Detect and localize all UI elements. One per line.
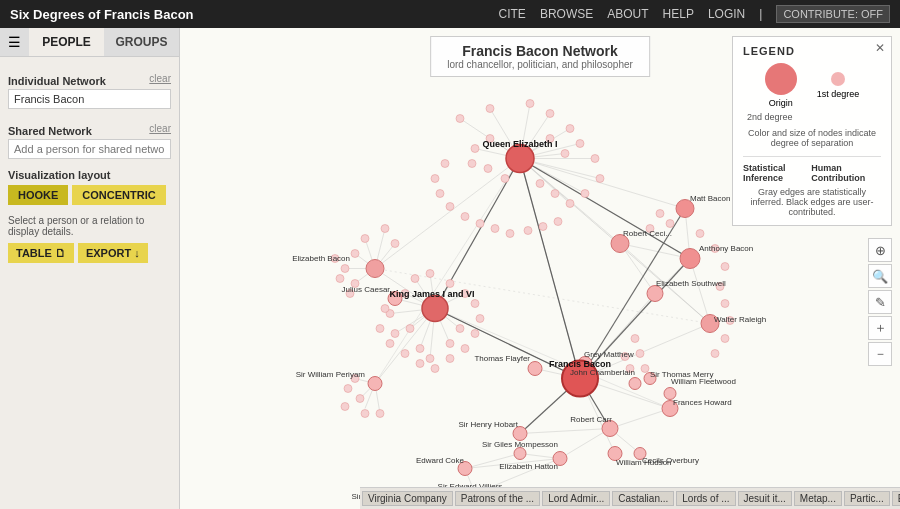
search-tool-btn[interactable]: 🔍: [868, 264, 892, 288]
shared-network-input[interactable]: [8, 139, 171, 159]
svg-point-142: [351, 280, 359, 288]
clear-shared-btn[interactable]: clear: [149, 123, 171, 134]
anne-bacon-node[interactable]: [676, 200, 694, 218]
tag-englis[interactable]: Englis...: [892, 491, 900, 506]
site-title: Six Degrees of Francis Bacon: [10, 7, 194, 22]
svg-point-87: [456, 115, 464, 123]
hamburger-icon[interactable]: ☰: [0, 28, 29, 56]
thomas-flay-label: Thomas Flayfer: [474, 354, 530, 363]
william-hudson-node[interactable]: [608, 447, 622, 461]
tag-castalian[interactable]: Castalian...: [612, 491, 674, 506]
anthony-bacon-node[interactable]: [680, 249, 700, 269]
giles-mompesson-node[interactable]: [514, 448, 526, 460]
tag-lord-adm[interactable]: Lord Admir...: [542, 491, 610, 506]
cursor-tool-btn[interactable]: ⊕: [868, 238, 892, 262]
clear-individual-btn[interactable]: clear: [149, 73, 171, 84]
tag-lords[interactable]: Lords of ...: [676, 491, 735, 506]
svg-point-157: [666, 220, 674, 228]
svg-point-116: [554, 218, 562, 226]
elizabeth-hatton-node[interactable]: [553, 452, 567, 466]
svg-point-114: [524, 227, 532, 235]
thomas-flayfer-node[interactable]: [528, 362, 542, 376]
nav-browse[interactable]: BROWSE: [540, 7, 593, 21]
map-controls: ⊕ 🔍 ✎ ＋ －: [868, 238, 892, 366]
svg-point-155: [646, 225, 654, 233]
anthony-bacon-label: Anthony Bacon: [699, 244, 753, 253]
network-area[interactable]: Francis Bacon Network lord chancellor, p…: [180, 28, 900, 509]
concentric-btn[interactable]: CONCENTRIC: [72, 185, 165, 205]
cecils-overbury-node[interactable]: [634, 448, 646, 460]
elizabeth-southwell-node[interactable]: [647, 286, 663, 302]
robert-carr-node[interactable]: [602, 421, 618, 437]
hooke-btn[interactable]: HOOKE: [8, 185, 68, 205]
tab-groups[interactable]: GROUPS: [104, 28, 179, 56]
edward-coke-node[interactable]: [458, 462, 472, 476]
svg-line-67: [465, 454, 520, 469]
nav-login[interactable]: LOGIN: [708, 7, 745, 21]
svg-point-115: [539, 223, 547, 231]
tag-virginia[interactable]: Virginia Company: [362, 491, 453, 506]
svg-point-147: [336, 275, 344, 283]
nav-help[interactable]: HELP: [663, 7, 694, 21]
individual-network-row: Individual Network clear: [8, 69, 171, 87]
svg-point-146: [331, 255, 339, 263]
svg-point-150: [351, 375, 359, 383]
tag-partic[interactable]: Partic...: [844, 491, 890, 506]
walter-raleigh-node[interactable]: [701, 315, 719, 333]
legend-divider: [743, 156, 881, 157]
elizabeth-bacon-node[interactable]: [366, 260, 384, 278]
individual-network-input[interactable]: [8, 89, 171, 109]
svg-point-164: [721, 335, 729, 343]
francis-bacon-node[interactable]: [562, 361, 598, 397]
nav-cite[interactable]: CITE: [499, 7, 526, 21]
svg-point-138: [376, 325, 384, 333]
frances-howard-node[interactable]: [662, 401, 678, 417]
named-nodes[interactable]: [366, 145, 719, 510]
export-btn[interactable]: EXPORT ↓: [78, 243, 148, 263]
tag-metap[interactable]: Metap...: [794, 491, 842, 506]
svg-point-90: [546, 110, 554, 118]
tag-jesuit[interactable]: Jesuit it...: [738, 491, 792, 506]
thomas-merry-node[interactable]: [644, 373, 656, 385]
william-fleetwood-node[interactable]: [664, 388, 676, 400]
svg-point-91: [566, 125, 574, 133]
svg-point-130: [476, 315, 484, 323]
henry-hobart-node[interactable]: [513, 427, 527, 441]
robert-cecil-node[interactable]: [611, 235, 629, 253]
bottom-tags: Virginia Company Patrons of the ... Lord…: [360, 487, 900, 509]
svg-point-165: [711, 350, 719, 358]
svg-line-79: [580, 259, 690, 379]
svg-point-166: [631, 335, 639, 343]
nav-about[interactable]: ABOUT: [607, 7, 648, 21]
zoom-out-btn[interactable]: －: [868, 342, 892, 366]
queen-elizabeth-node[interactable]: [506, 145, 534, 173]
origin-circle: Origin: [765, 63, 797, 108]
king-james-node[interactable]: [422, 296, 448, 322]
edward-coke-label: Edward Coke: [416, 456, 465, 465]
tag-patrons[interactable]: Patrons of the ...: [455, 491, 540, 506]
john-chamberlain-node[interactable]: [629, 378, 641, 390]
svg-point-103: [501, 175, 509, 183]
svg-line-81: [520, 159, 580, 379]
edit-tool-btn[interactable]: ✎: [868, 290, 892, 314]
svg-point-134: [431, 365, 439, 373]
legend-close-btn[interactable]: ✕: [875, 41, 885, 55]
julius-caesar-node[interactable]: [388, 292, 402, 306]
table-btn[interactable]: TABLE 🗋: [8, 243, 74, 263]
tab-people[interactable]: PEOPLE: [29, 28, 104, 56]
network-subtitle: lord chancellor, politician, and philoso…: [447, 59, 633, 70]
svg-point-108: [436, 190, 444, 198]
tab-row: ☰ PEOPLE GROUPS: [0, 28, 179, 57]
svg-point-124: [401, 290, 409, 298]
zoom-in-btn[interactable]: ＋: [868, 316, 892, 340]
legend-circles: Origin 1st degree: [743, 63, 881, 108]
svg-point-133: [446, 355, 454, 363]
first-degree-node: [831, 72, 845, 86]
svg-line-77: [375, 159, 520, 384]
svg-line-80: [435, 309, 580, 379]
network-title-box: Francis Bacon Network lord chancellor, p…: [430, 36, 650, 77]
action-row: TABLE 🗋 EXPORT ↓: [8, 243, 171, 263]
contribute-toggle[interactable]: CONTRIBUTE: OFF: [776, 5, 890, 23]
svg-point-128: [461, 290, 469, 298]
william-periyam-node[interactable]: [368, 377, 382, 391]
